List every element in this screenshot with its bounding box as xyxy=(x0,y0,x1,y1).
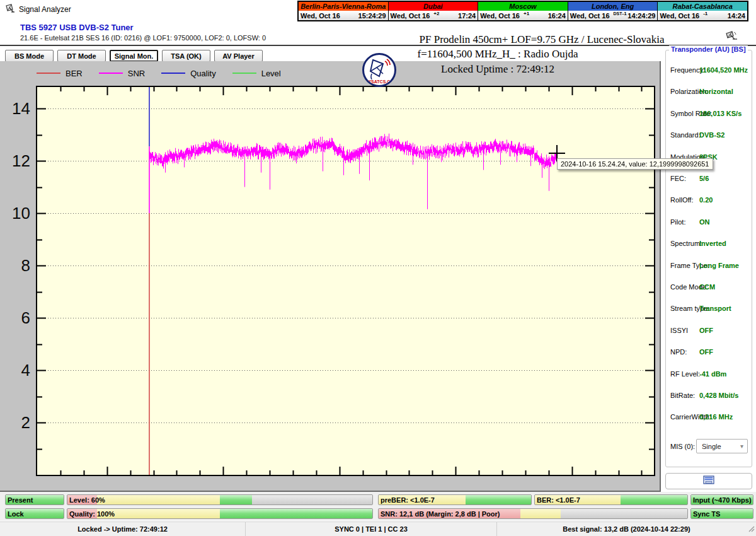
legend-color-line xyxy=(161,73,185,74)
transponder-row-label: Standard: xyxy=(670,131,701,139)
gauge-level: Level: 60% xyxy=(67,494,373,505)
gauge-label: BER: <1.0E-7 xyxy=(537,495,580,505)
y-axis-tick-label: 14 xyxy=(3,100,30,117)
gauge-label: Level: 60% xyxy=(69,495,105,505)
gauge-lock: Lock xyxy=(5,508,64,519)
transponder-header: Transponder (AU) [BS] xyxy=(669,45,748,53)
gauge-label: Present xyxy=(8,495,33,505)
clock-city: London, Eng xyxy=(568,2,658,11)
mis-selected-value: Single xyxy=(702,443,721,450)
statusbar-section: Best signal: 13,2 dB (2024-10-14 22:29) xyxy=(497,522,756,536)
transponder-row-value: DVB-S2 xyxy=(699,131,724,139)
transponder-row-value: OFF xyxy=(699,348,713,356)
satellite-dish-icon xyxy=(5,4,15,16)
chart-title: f=11604,500 MHz_H_ : Radio Oujda xyxy=(403,48,592,61)
clock-time: 14:24 xyxy=(728,12,745,20)
transponder-row-value: OFF xyxy=(699,327,713,334)
transponder-groupbox: Frequency:11604,520 MHzPolarization:Hori… xyxy=(665,50,752,467)
clock-date: Wed, Oct 16 xyxy=(301,12,340,20)
chart-legend: BERSNRQualityLevel xyxy=(37,67,297,79)
transponder-row-value: Transport xyxy=(699,305,731,312)
transponder-row-label: NPD: xyxy=(670,348,687,356)
gauge-label: preBER: <1.0E-7 xyxy=(381,495,435,505)
transponder-row-label: ISSYI xyxy=(670,327,688,334)
clock-time: 16:24 xyxy=(548,12,566,20)
transponder-row-label: Spectrum: xyxy=(670,240,702,247)
transponder-row-label: FEC: xyxy=(670,175,686,182)
clock-city: Moscow xyxy=(478,2,568,11)
y-axis-tick-label: 4 xyxy=(3,362,30,378)
clock-city: Rabat-Casablanca xyxy=(658,2,747,11)
clock-time: 14:24:29 xyxy=(627,12,655,20)
disk-icon xyxy=(703,475,714,487)
tuner-subtitle: 21.6E - Eutelsat 21B SES 16 (ID: 0216) @… xyxy=(20,34,266,42)
gauge-label: Lock xyxy=(8,509,24,519)
chart-tooltip: 2024-10-16 15.24.24, value: 12,199999809… xyxy=(557,158,713,170)
clock-utc-offset: -1 xyxy=(703,11,707,16)
legend-item-level: Level xyxy=(232,69,281,78)
clock-panel: London, Eng Wed, Oct 16 DST-1 14:24:29 xyxy=(568,2,658,20)
transponder-row-value: 0.20 xyxy=(699,196,713,204)
clock-panel: Rabat-Casablanca Wed, Oct 16 -1 14:24 xyxy=(658,2,747,20)
y-axis-tick-label: 8 xyxy=(3,257,30,274)
clock-utc-offset: +1 xyxy=(524,11,529,16)
world-clocks: Berlin-Paris-Vienna-Roma Wed, Oct 16 15:… xyxy=(297,1,748,21)
statusbar-section: SYNC 0 | TEI 1 | CC 23 xyxy=(246,522,497,536)
chart-panel: Locked Uptime : 72:49:12 BERSNRQualityLe… xyxy=(0,61,661,492)
legend-item-quality: Quality xyxy=(161,69,215,78)
legend-label: SNR xyxy=(128,69,145,78)
clock-panel: Dubai Wed, Oct 16 +2 17:24 xyxy=(389,2,478,20)
statusbar: Locked -> Uptime: 72:49:12SYNC 0 | TEI 1… xyxy=(0,521,756,536)
gauge-label: Input (~470 Kbps) xyxy=(693,495,752,505)
clock-utc-offset: +2 xyxy=(433,11,439,16)
legend-label: Quality xyxy=(190,69,215,78)
transponder-row-value: 5/6 xyxy=(699,175,709,182)
sidebar-action-button[interactable] xyxy=(665,473,752,489)
clock-city: Berlin-Paris-Vienna-Roma xyxy=(299,2,388,11)
resize-grip[interactable] xyxy=(747,523,755,535)
mis-dropdown[interactable]: Single▾ xyxy=(696,439,748,453)
clock-panel: Moscow Wed, Oct 16 +1 16:24 xyxy=(478,2,568,20)
divider xyxy=(0,45,756,46)
tuner-title: TBS 5927 USB DVB-S2 Tuner xyxy=(20,23,134,32)
transponder-row-value: 0,428 Mbit/s xyxy=(699,392,738,399)
transponder-row-value: Inverted xyxy=(699,240,726,247)
site-title: PF Prodelin 450cm+ LOF=9.75 GHz / Lucene… xyxy=(378,33,706,46)
gauge-sync-ts: Sync TS xyxy=(690,508,753,519)
transponder-row-value: ON xyxy=(699,218,710,226)
transponder-row-value: 0,216 MHz xyxy=(699,413,733,421)
transponder-row-value: 180,013 KS/s xyxy=(699,110,742,117)
legend-color-line xyxy=(232,73,256,74)
clock-utc-offset: DST-1 xyxy=(614,11,627,16)
statusbar-section: Locked -> Uptime: 72:49:12 xyxy=(0,522,246,536)
clock-date: Wed, Oct 16 xyxy=(570,12,610,20)
clock-date: Wed, Oct 16 xyxy=(480,12,520,20)
transponder-row-value: -41 dBm xyxy=(699,370,726,378)
signal-plot-canvas[interactable] xyxy=(36,86,655,476)
satellite-icon xyxy=(724,30,738,44)
window-title: Signal Analyzer xyxy=(19,5,71,14)
signal-analyzer-window: Signal Analyzer Berlin-Paris-Vienna-Roma… xyxy=(0,0,756,536)
tab-tsa-ok[interactable]: TSA (OK) xyxy=(162,50,210,62)
clock-city: Dubai xyxy=(389,2,478,11)
signal-plot[interactable] xyxy=(36,86,655,476)
gauge-snr: SNR: 12,1 dB (Margin: 2,8 dB | Poor) xyxy=(378,508,688,519)
uptime-title: Locked Uptime : 72:49:12 xyxy=(403,63,592,76)
tab-signal-mon[interactable]: Signal Mon. xyxy=(110,50,158,62)
tab-dt-mode[interactable]: DT Mode xyxy=(57,50,106,62)
transponder-row-value: CCM xyxy=(699,283,715,291)
chevron-down-icon: ▾ xyxy=(740,443,743,450)
clock-time: 15:24:29 xyxy=(358,12,386,20)
mis-label: MIS (0): xyxy=(670,443,695,450)
gauge-label: SNR: 12,1 dB (Margin: 2,8 dB | Poor) xyxy=(381,509,500,519)
y-axis-tick-label: 12 xyxy=(3,153,30,169)
mode-tabs: BS ModeDT ModeSignal Mon.TSA (OK)AV Play… xyxy=(5,50,263,62)
transponder-row-label: Pilot: xyxy=(670,218,685,226)
clock-date: Wed, Oct 16 xyxy=(391,12,430,20)
clock-panel: Berlin-Paris-Vienna-Roma Wed, Oct 16 15:… xyxy=(299,2,388,20)
legend-color-line xyxy=(37,73,60,74)
tab-bs-mode[interactable]: BS Mode xyxy=(5,50,54,62)
clock-date: Wed, Oct 16 xyxy=(660,12,699,20)
tab-av-player[interactable]: AV Player xyxy=(214,50,263,62)
legend-item-ber: BER xyxy=(37,69,83,78)
